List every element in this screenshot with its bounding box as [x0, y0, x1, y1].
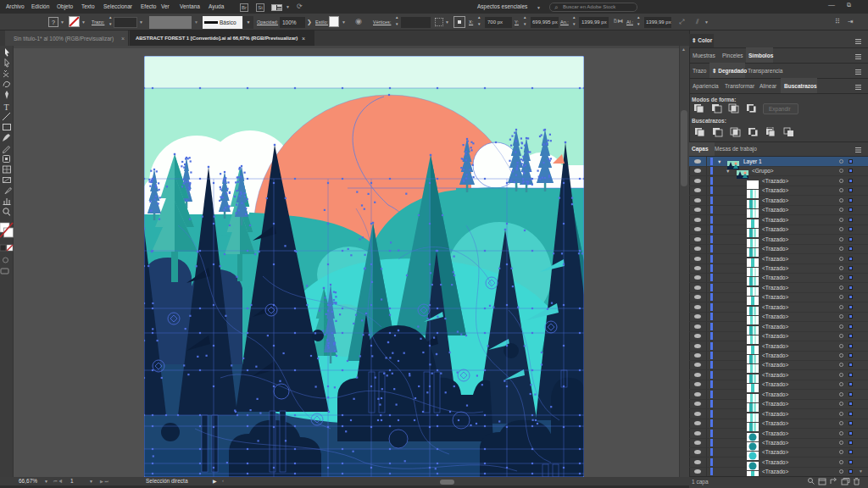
svg-text:T: T	[4, 103, 9, 112]
